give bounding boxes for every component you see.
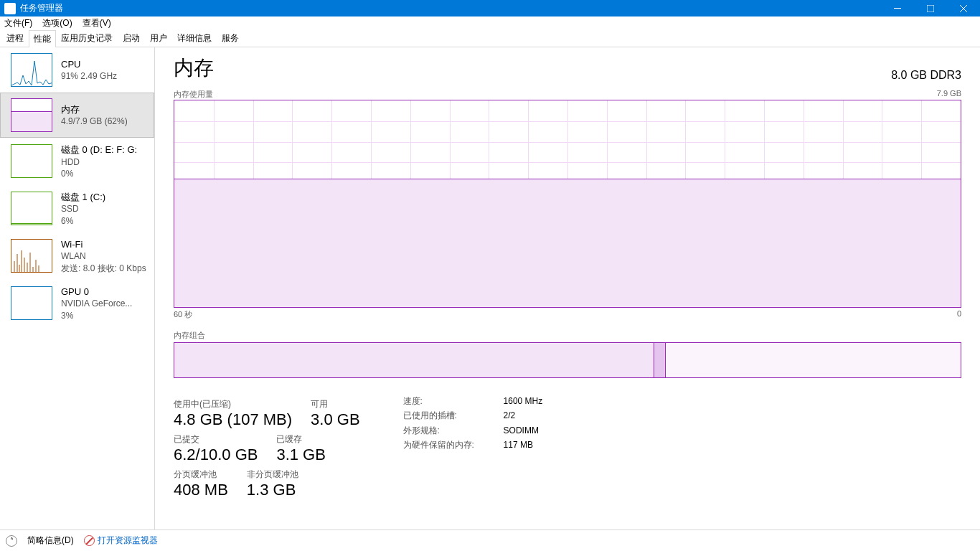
stat-cached-value: 3.1 GB bbox=[276, 446, 325, 464]
tab-strip: 进程 性能 应用历史记录 启动 用户 详细信息 服务 bbox=[0, 31, 980, 47]
tab-users[interactable]: 用户 bbox=[145, 29, 172, 47]
tab-services[interactable]: 服务 bbox=[217, 29, 244, 47]
sidebar-item-cpu[interactable]: CPU 91% 2.49 GHz bbox=[0, 47, 154, 93]
kv-slots-k: 已使用的插槽: bbox=[403, 408, 482, 423]
sidebar: CPU 91% 2.49 GHz 内存 4.9/7.9 GB (62%) 磁盘 … bbox=[0, 47, 155, 529]
stat-inuse-label: 使用中(已压缩) bbox=[174, 398, 292, 410]
close-button[interactable] bbox=[947, 0, 980, 17]
app-icon bbox=[4, 3, 16, 14]
wifi-thumb-icon bbox=[11, 239, 52, 273]
footer: ˄ 简略信息(D) 打开资源监视器 bbox=[0, 529, 980, 551]
menu-view[interactable]: 查看(V) bbox=[83, 17, 111, 29]
sidebar-gpu-sub2: 3% bbox=[61, 310, 132, 321]
sidebar-item-wifi[interactable]: Wi-Fi WLAN 发送: 8.0 接收: 0 Kbps bbox=[0, 232, 154, 280]
installed-memory: 8.0 GB DDR3 bbox=[891, 69, 961, 82]
sidebar-item-gpu[interactable]: GPU 0 NVIDIA GeForce... 3% bbox=[0, 280, 154, 327]
stat-inuse-value: 4.8 GB (107 MB) bbox=[174, 410, 292, 429]
tab-startup[interactable]: 启动 bbox=[118, 29, 145, 47]
sidebar-item-memory[interactable]: 内存 4.9/7.9 GB (62%) bbox=[0, 93, 154, 138]
sidebar-disk0-title: 磁盘 0 (D: E: F: G: bbox=[61, 143, 137, 156]
stat-committed-value: 6.2/10.0 GB bbox=[174, 446, 258, 464]
sidebar-disk1-title: 磁盘 1 (C:) bbox=[61, 191, 105, 204]
sidebar-gpu-title: GPU 0 bbox=[61, 286, 132, 298]
resource-monitor-icon bbox=[84, 535, 95, 546]
xaxis-right: 0 bbox=[957, 309, 961, 320]
window-title: 任务管理器 bbox=[20, 2, 881, 14]
sidebar-wifi-title: Wi-Fi bbox=[61, 238, 146, 251]
kv-speed-v: 1600 MHz bbox=[504, 394, 543, 408]
gpu-thumb-icon bbox=[11, 286, 52, 320]
menubar: 文件(F) 选项(O) 查看(V) bbox=[0, 17, 980, 31]
stat-nonpaged-value: 1.3 GB bbox=[247, 481, 298, 499]
tab-details[interactable]: 详细信息 bbox=[172, 29, 217, 47]
stat-cached-label: 已缓存 bbox=[276, 433, 325, 446]
memory-thumb-icon bbox=[11, 98, 52, 132]
kv-reserved-v: 117 MB bbox=[504, 438, 533, 452]
sidebar-item-disk0[interactable]: 磁盘 0 (D: E: F: G: HDD 0% bbox=[0, 138, 154, 185]
tab-processes[interactable]: 进程 bbox=[1, 29, 29, 47]
sidebar-cpu-title: CPU bbox=[61, 58, 117, 71]
menu-options[interactable]: 选项(O) bbox=[42, 17, 72, 29]
main-panel: 内存 8.0 GB DDR3 内存使用量 7.9 GB 60 秒 0 内存组合 bbox=[155, 47, 980, 529]
resource-monitor-link[interactable]: 打开资源监视器 bbox=[84, 534, 158, 547]
memory-usage-chart[interactable] bbox=[174, 100, 961, 308]
kv-speed-k: 速度: bbox=[403, 394, 482, 408]
menu-file[interactable]: 文件(F) bbox=[4, 17, 32, 29]
chevron-up-icon[interactable]: ˄ bbox=[6, 535, 17, 547]
stat-nonpaged-label: 非分页缓冲池 bbox=[247, 468, 298, 481]
usage-chart-label: 内存使用量 bbox=[174, 89, 213, 100]
minimize-button[interactable] bbox=[881, 0, 914, 17]
sidebar-item-disk1[interactable]: 磁盘 1 (C:) SSD 6% bbox=[0, 185, 154, 232]
sidebar-mem-title: 内存 bbox=[61, 103, 128, 116]
sidebar-disk1-sub2: 6% bbox=[61, 215, 105, 227]
sidebar-wifi-sub1: WLAN bbox=[61, 250, 146, 262]
composition-label: 内存组合 bbox=[174, 330, 961, 341]
sidebar-disk0-sub1: HDD bbox=[61, 156, 137, 168]
titlebar: 任务管理器 bbox=[0, 0, 980, 17]
stat-avail-label: 可用 bbox=[311, 398, 359, 410]
sidebar-mem-sub: 4.9/7.9 GB (62%) bbox=[61, 116, 128, 127]
stat-paged-value: 408 MB bbox=[174, 481, 228, 499]
usage-chart-max: 7.9 GB bbox=[937, 89, 961, 100]
memory-composition-bar[interactable] bbox=[174, 342, 961, 378]
kv-form-k: 外形规格: bbox=[403, 423, 482, 438]
svg-rect-0 bbox=[894, 8, 901, 9]
sidebar-gpu-sub1: NVIDIA GeForce... bbox=[61, 298, 132, 309]
tab-performance[interactable]: 性能 bbox=[29, 30, 56, 47]
stat-avail-value: 3.0 GB bbox=[311, 410, 359, 429]
kv-reserved-k: 为硬件保留的内存: bbox=[403, 438, 482, 452]
kv-slots-v: 2/2 bbox=[504, 408, 516, 423]
sidebar-cpu-sub: 91% 2.49 GHz bbox=[61, 70, 117, 82]
page-title: 内存 bbox=[174, 55, 214, 82]
sidebar-disk1-sub1: SSD bbox=[61, 203, 105, 215]
sidebar-wifi-sub2: 发送: 8.0 接收: 0 Kbps bbox=[61, 263, 146, 274]
disk-thumb-icon bbox=[11, 144, 52, 178]
fewer-details-link[interactable]: 简略信息(D) bbox=[27, 534, 74, 547]
disk-thumb-icon bbox=[11, 192, 52, 225]
maximize-button[interactable] bbox=[914, 0, 947, 17]
tab-app-history[interactable]: 应用历史记录 bbox=[56, 29, 118, 47]
sidebar-disk0-sub2: 0% bbox=[61, 168, 137, 179]
kv-form-v: SODIMM bbox=[504, 423, 539, 438]
stat-committed-label: 已提交 bbox=[174, 433, 258, 446]
svg-rect-1 bbox=[927, 5, 934, 12]
cpu-thumb-icon bbox=[11, 53, 52, 87]
xaxis-left: 60 秒 bbox=[174, 309, 192, 320]
stat-paged-label: 分页缓冲池 bbox=[174, 468, 228, 481]
